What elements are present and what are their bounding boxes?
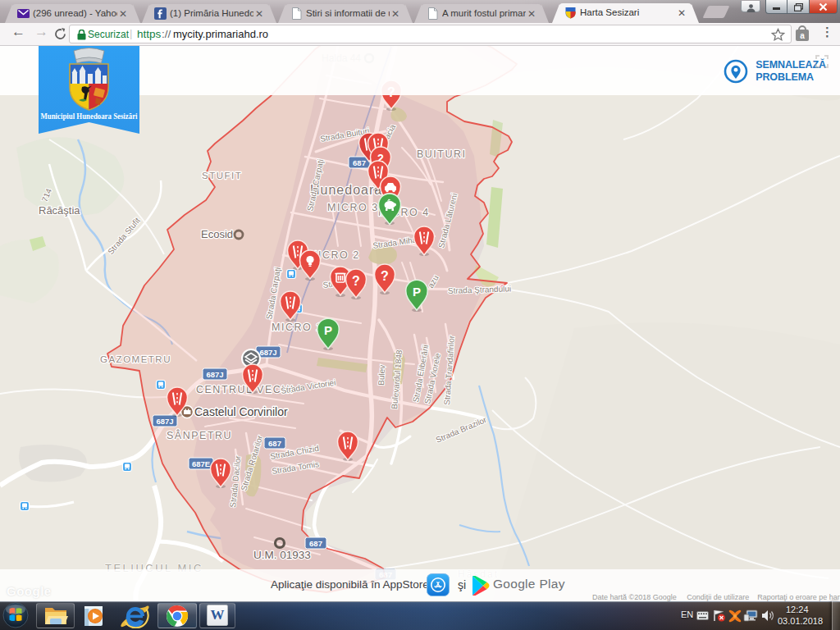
svg-text:CENTRUL VECHI: CENTRUL VECHI — [196, 384, 294, 395]
svg-text:687J: 687J — [206, 370, 223, 379]
svg-text:Ecosid: Ecosid — [201, 228, 233, 240]
svg-text:Castelul Corvinilor: Castelul Corvinilor — [194, 405, 288, 418]
svg-text:a: a — [800, 31, 805, 40]
svg-text:Bulev: Bulev — [377, 365, 386, 386]
svg-text:P: P — [413, 285, 421, 299]
svg-text:687: 687 — [309, 539, 322, 548]
svg-text:687E: 687E — [192, 459, 210, 468]
svg-text:STUFIT: STUFIT — [202, 171, 242, 180]
svg-text:SÂNPETRU: SÂNPETRU — [167, 429, 232, 441]
svg-text:687: 687 — [353, 158, 366, 167]
svg-text:P: P — [324, 323, 332, 337]
svg-text:687J: 687J — [156, 417, 173, 426]
svg-text:687: 687 — [268, 439, 281, 448]
svg-text:BUITURI: BUITURI — [417, 148, 467, 160]
svg-text:MICRO 3: MICRO 3 — [327, 202, 379, 213]
svg-text:GAZOMETRU: GAZOMETRU — [100, 354, 171, 364]
svg-text:Răcăştia: Răcăştia — [39, 204, 80, 217]
svg-text:Hunedoara: Hunedoara — [310, 183, 382, 197]
svg-text:687J: 687J — [259, 348, 276, 357]
svg-text:MICRO 1: MICRO 1 — [272, 322, 323, 333]
svg-text:Municipiul Hunedoara Sesizări: Municipiul Hunedoara Sesizări — [41, 111, 138, 121]
svg-text:U.M. 01933: U.M. 01933 — [253, 549, 311, 561]
